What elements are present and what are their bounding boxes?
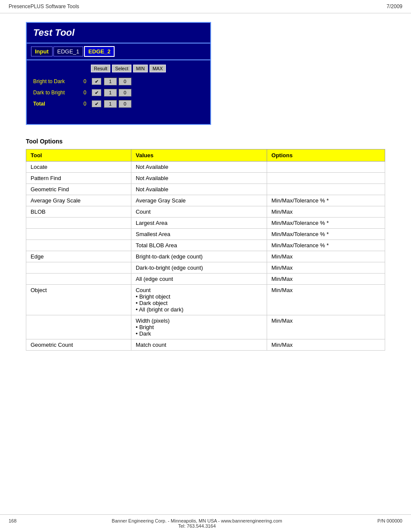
table-row: Dark-to-bright (edge count)Min/Max: [26, 262, 385, 274]
cell-options: Min/Max: [267, 262, 385, 274]
total-result: 0: [81, 101, 89, 107]
total-row: Total 0 ✔ 1 0: [33, 100, 204, 108]
cell-options: Min/Max/Tolerance % *: [267, 218, 385, 229]
select-header[interactable]: Select: [112, 65, 131, 72]
page-header: PresencePLUS Software Tools 7/2009: [0, 0, 411, 13]
tab-edge1[interactable]: EDGE_1: [53, 47, 83, 56]
cell-options: [267, 173, 385, 184]
bright-to-dark-result: 0: [81, 78, 89, 84]
cell-tool: Geometric Count: [26, 339, 131, 351]
cell-tool: BLOB: [26, 206, 131, 218]
cell-values: Dark-to-bright (edge count): [131, 262, 267, 274]
cell-options: Min/Max: [267, 251, 385, 262]
bright-to-dark-row: Bright to Dark 0 ✔ 1 0: [33, 78, 204, 85]
cell-values: Bright-to-dark (edge count): [131, 251, 267, 262]
footer-center: Banner Engineering Corp. - Minneapolis, …: [16, 518, 377, 529]
table-row: Geometric CountMatch countMin/Max: [26, 339, 385, 351]
cell-tool: [26, 315, 131, 339]
cell-values: Count• Bright object• Dark object• All (…: [131, 285, 267, 315]
cell-tool: [26, 274, 131, 285]
cell-options: Min/Max: [267, 315, 385, 339]
cell-tool: Edge: [26, 251, 131, 262]
table-row: Average Gray ScaleAverage Gray ScaleMin/…: [26, 195, 385, 206]
header-right: 7/2009: [386, 3, 402, 9]
tab-input[interactable]: Input: [31, 47, 53, 56]
cell-options: Min/Max: [267, 339, 385, 351]
cell-options: Min/Max: [267, 274, 385, 285]
cell-values: Not Available: [131, 173, 267, 184]
table-row: LocateNot Available: [26, 162, 385, 173]
dark-to-bright-min[interactable]: 1: [104, 89, 117, 96]
table-row: Pattern FindNot Available: [26, 173, 385, 184]
table-row: Width (pixels)• Bright• DarkMin/Max: [26, 315, 385, 339]
cell-tool: Geometric Find: [26, 184, 131, 195]
bright-to-dark-checkbox[interactable]: ✔: [92, 78, 101, 85]
cell-values: Average Gray Scale: [131, 195, 267, 206]
options-table: Tool Values Options LocateNot AvailableP…: [26, 149, 385, 351]
tab-edge2[interactable]: EDGE_2: [84, 46, 115, 57]
cell-options: Min/Max: [267, 206, 385, 218]
dark-to-bright-checkbox[interactable]: ✔: [92, 89, 101, 96]
total-checkbox[interactable]: ✔: [92, 100, 101, 107]
cell-tool: [26, 218, 131, 229]
cell-tool: [26, 229, 131, 240]
cell-values: Count: [131, 206, 267, 218]
col-tool: Tool: [26, 149, 131, 162]
table-row: ObjectCount• Bright object• Dark object•…: [26, 285, 385, 315]
cell-tool: [26, 262, 131, 274]
cell-values: Not Available: [131, 162, 267, 173]
cell-values: All (edge count: [131, 274, 267, 285]
table-row: EdgeBright-to-dark (edge count)Min/Max: [26, 251, 385, 262]
cell-values: Smallest Area: [131, 229, 267, 240]
cell-options: Min/Max: [267, 285, 385, 315]
cell-options: [267, 162, 385, 173]
table-row: BLOBCountMin/Max: [26, 206, 385, 218]
header-left: PresencePLUS Software Tools: [9, 3, 79, 9]
table-row: All (edge countMin/Max: [26, 274, 385, 285]
col-values: Values: [131, 149, 267, 162]
cell-values: Not Available: [131, 184, 267, 195]
footer-left: 168: [9, 518, 16, 529]
max-header: MAX: [149, 65, 166, 72]
cell-values: Largest Area: [131, 218, 267, 229]
table-row: Largest AreaMin/Max/Tolerance % *: [26, 218, 385, 229]
cell-tool: Locate: [26, 162, 131, 173]
total-min[interactable]: 1: [104, 100, 117, 108]
cell-tool: Average Gray Scale: [26, 195, 131, 206]
total-label: Total: [33, 101, 81, 107]
test-tool-title: Test Tool: [27, 23, 210, 44]
dark-to-bright-result: 0: [81, 90, 89, 96]
bright-to-dark-max[interactable]: 0: [118, 78, 131, 85]
cell-options: Min/Max/Tolerance % *: [267, 195, 385, 206]
dark-to-bright-label: Dark to Bright: [33, 90, 81, 96]
page-content: Test Tool Input EDGE_1 EDGE_2 Result Sel…: [0, 13, 411, 359]
cell-tool: Object: [26, 285, 131, 315]
footer-right: P/N 000000: [377, 518, 402, 529]
cell-values: Match count: [131, 339, 267, 351]
total-max[interactable]: 0: [118, 100, 131, 108]
dark-to-bright-max[interactable]: 0: [118, 89, 131, 96]
cell-tool: [26, 240, 131, 251]
test-tool-body: Result Select MIN MAX Bright to Dark 0 ✔…: [27, 60, 210, 124]
cell-options: Min/Max/Tolerance % *: [267, 240, 385, 251]
table-row: Total BLOB AreaMin/Max/Tolerance % *: [26, 240, 385, 251]
cell-values: Total BLOB Area: [131, 240, 267, 251]
page-footer: 168 Banner Engineering Corp. - Minneapol…: [0, 514, 411, 532]
bright-to-dark-label: Bright to Dark: [33, 78, 81, 84]
dark-to-bright-row: Dark to Bright 0 ✔ 1 0: [33, 89, 204, 96]
cell-tool: Pattern Find: [26, 173, 131, 184]
cell-values: Width (pixels)• Bright• Dark: [131, 315, 267, 339]
min-header: MIN: [133, 65, 148, 72]
test-tool-window: Test Tool Input EDGE_1 EDGE_2 Result Sel…: [26, 22, 211, 125]
col-options: Options: [267, 149, 385, 162]
test-tool-tabs[interactable]: Input EDGE_1 EDGE_2: [27, 44, 210, 60]
tool-column-headers: Result Select MIN MAX: [33, 65, 204, 72]
bright-to-dark-min[interactable]: 1: [104, 78, 117, 85]
table-row: Smallest AreaMin/Max/Tolerance % *: [26, 229, 385, 240]
tool-options-title: Tool Options: [26, 138, 385, 145]
result-header: Result: [91, 65, 110, 72]
cell-options: [267, 184, 385, 195]
table-row: Geometric FindNot Available: [26, 184, 385, 195]
cell-options: Min/Max/Tolerance % *: [267, 229, 385, 240]
